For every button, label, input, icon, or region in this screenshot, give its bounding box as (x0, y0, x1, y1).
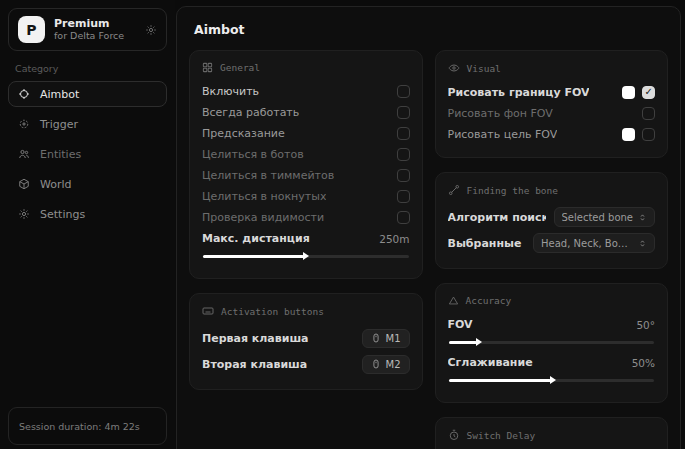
sidebar-item-label: World (40, 178, 72, 191)
sidebar-item-label: Trigger (40, 118, 78, 131)
max-distance-slider[interactable] (203, 255, 409, 258)
sidebar-item-trigger[interactable]: Trigger (8, 111, 167, 137)
general-card-header: General (202, 62, 410, 73)
left-column: General Включить Всегда работать Предска… (189, 50, 423, 390)
main-panel: Aimbot General Включить В (176, 6, 681, 449)
sidebar-item-settings[interactable]: Settings (8, 201, 167, 227)
entities-icon (18, 148, 30, 160)
slider-thumb[interactable] (550, 376, 556, 384)
sidebar-nav: Aimbot Trigger Entities World (0, 81, 175, 227)
chevrons-up-down-icon (638, 239, 647, 248)
trigger-icon (18, 118, 30, 130)
keybind-row: Вторая клавиша M2 (202, 351, 410, 377)
checkbox[interactable] (642, 86, 655, 99)
visual-label: Рисовать цель FOV (448, 128, 558, 141)
checkbox[interactable] (397, 85, 410, 98)
sidebar-item-label: Aimbot (40, 88, 79, 101)
toggle-row: Целиться в нокнутых (202, 186, 410, 207)
visual-label: Рисовать фон FOV (448, 107, 553, 120)
stopwatch-icon (448, 429, 460, 441)
checkbox[interactable] (397, 127, 410, 140)
keyboard-icon (202, 305, 214, 317)
visual-row: Рисовать цель FOV (448, 124, 656, 145)
slider-label: Сглаживание (448, 356, 533, 369)
sidebar-item-entities[interactable]: Entities (8, 141, 167, 167)
mouse-icon (371, 359, 381, 369)
toggle-label: Целиться в тиммейтов (202, 169, 334, 182)
slider-row: Сглаживание 50% (448, 352, 656, 373)
smoothing-slider[interactable] (449, 379, 655, 382)
fov-slider[interactable] (449, 341, 655, 344)
keybind-value: M1 (386, 333, 401, 344)
sidebar-item-aimbot[interactable]: Aimbot (8, 81, 167, 107)
toggle-label: Предсказание (202, 127, 285, 140)
slider-row: Макс. дистанция 250m (202, 228, 410, 249)
triangle-icon (448, 295, 459, 306)
right-column: Visual Рисовать границу FOV Рисовать фон… (435, 50, 669, 449)
toggle-label: Всегда работать (202, 106, 299, 119)
checkbox[interactable] (397, 106, 410, 119)
keybind-row: Первая клавиша M1 (202, 325, 410, 351)
general-card: General Включить Всегда работать Предска… (189, 50, 423, 279)
sidebar-item-world[interactable]: World (8, 171, 167, 197)
product-logo: P (18, 16, 45, 43)
visual-card: Visual Рисовать границу FOV Рисовать фон… (435, 50, 669, 158)
gear-icon[interactable] (145, 24, 157, 36)
slider-label: Макс. дистанция (202, 232, 310, 245)
toggle-row: Целиться в ботов (202, 144, 410, 165)
sidebar-item-label: Entities (40, 148, 81, 161)
selected-bones-select[interactable]: Head, Neck, Body, Pe.. (533, 233, 655, 253)
select-value: Selected bone (562, 212, 633, 223)
checkbox[interactable] (397, 190, 410, 203)
product-card: P Premium for Delta Force (8, 8, 167, 51)
card-title: Finding the bone (467, 185, 559, 196)
toggle-label: Проверка видимости (202, 211, 324, 224)
slider-thumb[interactable] (303, 252, 309, 260)
card-title: Switch Delay (467, 430, 536, 441)
checkbox[interactable] (642, 107, 655, 120)
accuracy-card-header: Accuracy (448, 295, 656, 306)
gear-icon (18, 208, 30, 220)
keybind-label: Первая клавиша (202, 332, 309, 345)
mouse-icon (371, 333, 381, 343)
page-title: Aimbot (194, 22, 668, 37)
checkbox[interactable] (642, 128, 655, 141)
card-title: Activation buttons (221, 306, 324, 317)
world-icon (18, 178, 30, 190)
toggle-label: Включить (202, 85, 259, 98)
bone-card-header: Finding the bone (448, 184, 656, 196)
slider-thumb[interactable] (476, 338, 482, 346)
keybind-button-m2[interactable]: M2 (362, 355, 410, 374)
color-swatch[interactable] (622, 128, 635, 141)
slider-label: FOV (448, 318, 473, 331)
bone-label: Выбранные кости (448, 237, 526, 250)
toggle-row: Проверка видимости (202, 207, 410, 228)
product-name: Premium (54, 17, 136, 31)
bone-row: Выбранные кости Head, Neck, Body, Pe.. (448, 230, 656, 256)
color-swatch[interactable] (622, 86, 635, 99)
checkbox[interactable] (397, 148, 410, 161)
checkbox[interactable] (397, 169, 410, 182)
bone-algorithm-select[interactable]: Selected bone (554, 207, 655, 227)
sidebar-item-label: Settings (40, 208, 85, 221)
keybind-label: Вторая клавиша (202, 358, 307, 371)
slider-value: 50° (636, 319, 655, 331)
toggle-row: Включить (202, 81, 410, 102)
activation-card: Activation buttons Первая клавиша M1 Вто… (189, 293, 423, 390)
visual-row: Рисовать границу FOV (448, 82, 656, 103)
crosshair-icon (18, 88, 30, 100)
accuracy-card: Accuracy FOV 50° Сглаживание 50% (435, 283, 669, 403)
activation-card-header: Activation buttons (202, 305, 410, 317)
toggle-row: Целиться в тиммейтов (202, 165, 410, 186)
sidebar: P Premium for Delta Force Category Aimbo… (0, 0, 175, 449)
checkbox[interactable] (397, 211, 410, 224)
keybind-button-m1[interactable]: M1 (362, 329, 410, 348)
slider-row: FOV 50° (448, 314, 656, 335)
chevrons-up-down-icon (638, 213, 647, 222)
card-title: Visual (467, 63, 501, 74)
category-label: Category (15, 63, 175, 74)
select-value: Head, Neck, Body, Pe.. (541, 238, 633, 249)
slider-value: 250m (379, 233, 409, 245)
visual-row: Рисовать фон FOV (448, 103, 656, 124)
keybind-value: M2 (386, 359, 401, 370)
